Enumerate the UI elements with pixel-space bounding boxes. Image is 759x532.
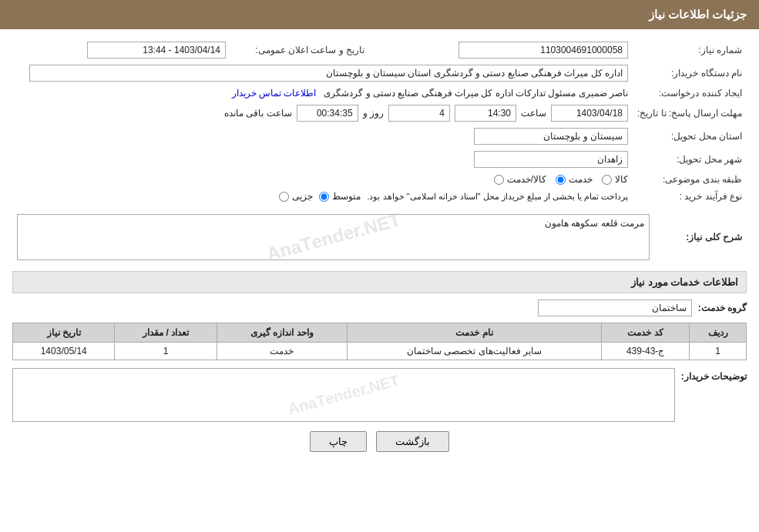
mohlat-baqi-label: ساعت باقی مانده (224, 108, 292, 119)
radio-motevaset[interactable] (319, 192, 329, 202)
page-title: جزئیات اطلاعات نیاز (649, 8, 747, 21)
ijad-value: ناصر ضمیری مسئول تدارکات اداره کل میراث … (324, 88, 628, 99)
nooe-farayand-label: نوع فرآیند خرید : (633, 188, 747, 205)
group-label: گروه خدمت: (698, 303, 747, 313)
page-header: جزئیات اطلاعات نیاز (0, 0, 759, 29)
mohlat-countdown: 00:34:35 (297, 105, 358, 122)
th-unit: واحد اندازه گیری (217, 323, 348, 343)
buyer-desc-label: توضیحات خریدار: (681, 368, 747, 382)
tarikh-value: 1403/04/14 - 13:44 (87, 42, 226, 59)
mohlat-time-label: ساعت (521, 108, 546, 119)
th-code: کد خدمت (602, 323, 690, 343)
buyer-desc-section: توضیحات خریدار: AnaТender.NET (12, 368, 747, 422)
ostan-label: استان محل تحویل: (633, 125, 747, 148)
sharh-box: AnaТender.NET مرمت قلعه سکوهه هامون (17, 214, 650, 260)
shahr-label: شهر محل تحویل: (633, 148, 747, 171)
mohlat-roz: 4 (388, 105, 450, 122)
th-name: نام خدمت (348, 323, 602, 343)
tarikh-label: تاریخ و ساعت اعلان عمومی: (230, 38, 369, 62)
watermark: AnaТender.NET (264, 209, 403, 265)
table-row: 1ج-43-439سایر فعالیت‌های تخصصی ساختمانخد… (13, 343, 747, 360)
sharh-value: مرمت قلعه سکوهه هامون (545, 218, 644, 229)
mohlat-label: مهلت ارسال پاسخ: تا تاریخ: (633, 102, 747, 125)
th-count: تعداد / مقدار (115, 323, 217, 343)
watermark2: AnaТender.NET (286, 372, 401, 419)
services-table: ردیف کد خدمت نام خدمت واحد اندازه گیری ت… (12, 323, 747, 360)
radio-kala-khedmat-label: کالا/خدمت (507, 174, 546, 185)
ijad-link[interactable]: اطلاعات تماس خریدار (232, 88, 317, 99)
radio-khedmat[interactable] (556, 175, 566, 185)
group-value: ساختمان (538, 299, 692, 316)
print-button[interactable]: چاپ (310, 431, 367, 452)
group-row: گروه خدمت: ساختمان (12, 299, 747, 316)
radio-motevaset-label: متوسط (332, 191, 361, 202)
farayand-note: پرداخت تمام یا بخشی از مبلغ خریداز محل "… (367, 192, 628, 202)
ijad-label: ایجاد کننده درخواست: (633, 85, 747, 102)
ostan-value: سیستان و بلوچستان (474, 128, 628, 145)
nam-dastgah-label: نام دستگاه خریدار: (633, 62, 747, 85)
tabaghebandi-label: طبقه بندی موضوعی: (633, 171, 747, 188)
radio-khedmat-label: خدمت (569, 174, 593, 185)
sharh-table: شرح کلی نیاز: AnaТender.NET مرمت قلعه سک… (12, 211, 747, 263)
nam-dastgah-value: اداره کل میراث فرهنگی صنایع دستی و گردشگ… (29, 65, 628, 82)
info-table: شماره نیاز: 1103004691000058 تاریخ و ساع… (12, 38, 747, 205)
shomara-label: شماره نیاز: (633, 38, 747, 62)
radio-jozii[interactable] (279, 192, 289, 202)
mohlat-time: 14:30 (455, 105, 516, 122)
shahr-value: زاهدان (474, 151, 628, 168)
th-row: ردیف (690, 323, 747, 343)
shomara-value: 1103004691000058 (458, 42, 628, 59)
th-date: تاریخ نیاز (13, 323, 115, 343)
mohlat-roz-label: روز و (363, 108, 384, 119)
radio-jozii-label: جزیی (292, 191, 313, 202)
radio-kala-khedmat[interactable] (494, 175, 504, 185)
mohlat-date: 1403/04/18 (551, 105, 628, 122)
buttons-row: بازگشت چاپ (12, 431, 747, 452)
services-title: اطلاعات خدمات مورد نیاز (12, 271, 747, 293)
buyer-desc-box: AnaТender.NET (12, 368, 675, 422)
radio-kala-label: کالا (615, 174, 628, 185)
sharh-label: شرح کلی نیاز: (654, 211, 747, 263)
back-button[interactable]: بازگشت (376, 431, 449, 452)
radio-kala[interactable] (602, 175, 612, 185)
